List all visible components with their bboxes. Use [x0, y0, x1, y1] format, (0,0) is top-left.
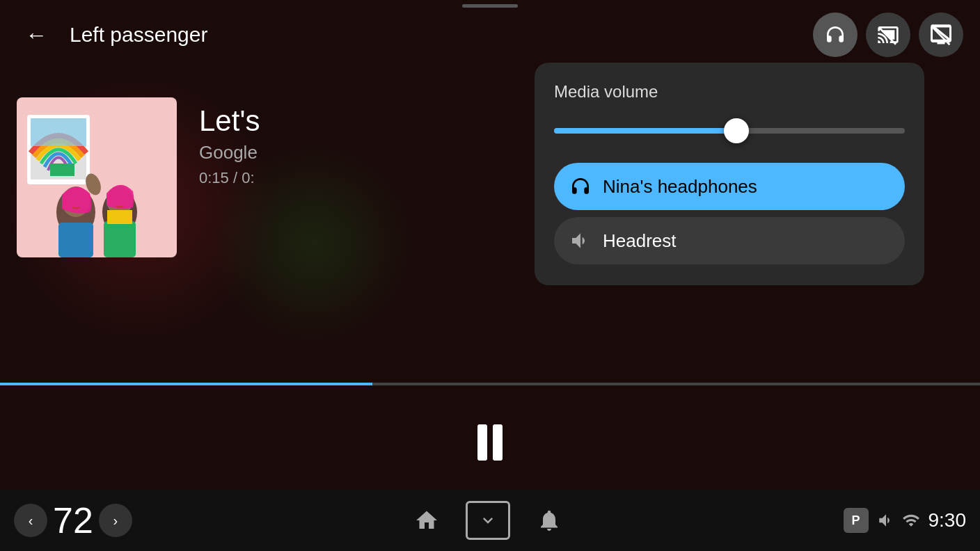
page-title: Left passenger	[70, 23, 207, 47]
headphones-button[interactable]	[813, 13, 858, 57]
temp-down-button[interactable]: ‹	[14, 504, 47, 537]
bottom-right: P 9:30	[844, 508, 967, 533]
home-button[interactable]	[407, 501, 446, 540]
chevron-left-icon: ‹	[29, 513, 33, 529]
signal-icon	[902, 511, 920, 529]
headrest-label: Headrest	[603, 230, 677, 252]
p-badge: P	[844, 508, 869, 533]
ninas-headphones-label: Nina's headphones	[603, 176, 757, 198]
notifications-button[interactable]	[530, 501, 569, 540]
chevron-down-icon	[478, 511, 498, 530]
svg-line-1	[932, 26, 951, 40]
cast-disabled-button[interactable]	[866, 13, 910, 57]
notifications-icon	[537, 508, 562, 533]
volume-slider-container[interactable]	[554, 115, 905, 146]
cast-disabled-icon	[877, 24, 899, 46]
screen-off-button[interactable]	[919, 13, 963, 57]
headphones-icon	[824, 24, 846, 46]
header-right	[813, 13, 963, 57]
back-button[interactable]: ←	[17, 15, 56, 54]
temp-up-button[interactable]: ›	[99, 504, 132, 537]
status-icons	[877, 511, 920, 529]
collapse-button[interactable]	[466, 501, 510, 540]
volume-slider-fill	[554, 128, 736, 134]
header-left: ← Left passenger	[17, 15, 207, 54]
bottom-center	[407, 501, 569, 540]
volume-popup: Media volume Nina's headphones	[535, 63, 924, 285]
speaker-option-icon	[569, 230, 592, 252]
home-icon	[414, 508, 439, 533]
headphones-option-icon	[569, 175, 592, 198]
audio-option-headrest[interactable]: Headrest	[554, 217, 905, 264]
time-display: 9:30	[928, 509, 967, 532]
volume-slider-track	[554, 128, 905, 134]
audio-option-ninas-headphones[interactable]: Nina's headphones	[554, 163, 905, 210]
bottom-left: ‹ 72 ›	[14, 502, 132, 538]
bottom-nav: ‹ 72 › P	[0, 490, 980, 551]
chevron-right-icon: ›	[113, 513, 118, 529]
temperature-display: 72	[53, 502, 93, 538]
header: ← Left passenger	[17, 13, 963, 57]
back-arrow-icon: ←	[25, 24, 47, 46]
drag-handle	[462, 4, 518, 8]
screen-off-icon	[930, 24, 952, 46]
volume-slider-thumb	[724, 118, 749, 143]
volume-label: Media volume	[554, 82, 905, 102]
volume-overlay: Media volume Nina's headphones	[0, 63, 980, 490]
volume-status-icon	[877, 511, 895, 529]
